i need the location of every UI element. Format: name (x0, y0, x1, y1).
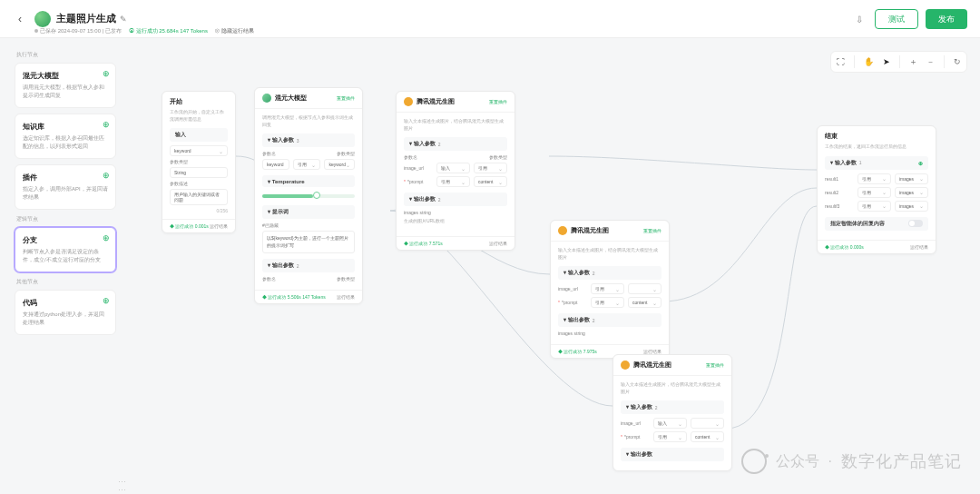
add-icon[interactable]: ⊕ (103, 296, 110, 305)
node-title: 开始 (170, 97, 228, 106)
history-icon[interactable]: ↻ (954, 57, 961, 66)
palette-item-code[interactable]: ⊕ 代码 支持通过python处理入参，并返回处理结果 (15, 290, 116, 335)
imagegen-icon (558, 226, 567, 235)
field-type[interactable]: String (170, 167, 228, 178)
test-button[interactable]: 测试 (875, 9, 918, 29)
palette-item-branch[interactable]: ⊕ 分支 判断节点入参是否满足设定的条件，成立/不成立运行对应的分支 (15, 227, 116, 272)
workflow-icon (34, 11, 51, 27)
palette-section: 逻辑节点 (16, 215, 116, 223)
reset-link[interactable]: 重置插件 (706, 362, 724, 368)
saved-text: 已保存 2024-09-07 15:00 | 已发布 (40, 28, 122, 34)
llm-icon (262, 94, 271, 103)
export-icon[interactable]: ⇩ (851, 11, 867, 27)
run-status: ⦿ 运行成功 25.684s 147 Tokens (129, 27, 208, 35)
palette-section: 执行节点 (16, 51, 116, 59)
fit-screen-icon[interactable]: ⛶ (837, 57, 845, 66)
section-input: 输入 (170, 128, 228, 142)
node-palette: 执行节点 ⊕ 混元大模型 调用混元大模型，根据节点入参和提示词生成回复 ⊕ 知识… (15, 47, 116, 341)
imagegen-icon (621, 361, 630, 370)
prompt-textarea[interactable]: 以${keyword}为主题，进行一个主题照片的提示词扩写 (262, 231, 355, 253)
reset-link[interactable]: 重置插件 (489, 99, 507, 104)
add-icon[interactable]: ⊕ (103, 69, 110, 78)
reset-link[interactable]: 重置插件 (643, 228, 662, 233)
edit-title-icon[interactable]: ✎ (120, 15, 127, 24)
node-end[interactable]: 结束 工作流的结束，返回工作流运行后的信息 ▾ 输入参数1⊕ result1引用… (817, 125, 936, 254)
zoom-out-icon[interactable]: － (926, 56, 935, 68)
top-right-actions: ⇩ 测试 发布 (851, 9, 967, 29)
palette-section: 其他节点 (16, 278, 116, 286)
node-start[interactable]: 开始 工作流的开始，自定义工作流调用所需信息 输入 keyword 参数类型 S… (162, 91, 236, 233)
resize-handle-icon[interactable]: ⋮⋮ (117, 478, 126, 494)
hide-results-link[interactable]: ⦾ 隐藏运行结果 (215, 27, 254, 35)
workflow-subinfo: 已保存 2024-09-07 15:00 | 已发布 ⦿ 运行成功 25.684… (34, 27, 254, 35)
add-param-icon[interactable]: ⊕ (918, 160, 923, 166)
add-icon[interactable]: ⊕ (103, 171, 110, 180)
add-icon[interactable]: ⊕ (103, 233, 110, 242)
pointer-tool-icon[interactable]: ➤ (883, 57, 890, 66)
palette-item-kb[interactable]: ⊕ 知识库 选定知识库，根据入参召回最佳匹配的信息，以列表形式返回 (15, 114, 116, 159)
workflow-canvas[interactable]: 开始 工作流的开始，自定义工作流调用所需信息 输入 keyword 参数类型 S… (127, 38, 980, 494)
palette-item-llm[interactable]: ⊕ 混元大模型 调用混元大模型，根据节点入参和提示词生成回复 (15, 63, 116, 108)
node-imagegen-3[interactable]: 腾讯混元生图重置插件 输入文本描述生成图片，结合腾讯混元大模型生成图片 ▾ 输入… (612, 354, 732, 471)
workflow-title: 主题照片生成 (56, 12, 116, 25)
canvas-toolbar: ⛶ ✋ ➤ ＋ － ↻ (830, 51, 967, 73)
publish-button[interactable]: 发布 (926, 9, 967, 29)
node-imagegen-2[interactable]: 腾讯混元生图重置插件 输入文本描述生成图片，结合腾讯混元大模型生成图片 ▾ 输入… (550, 220, 670, 359)
node-llm[interactable]: 混元大模型重置插件 调用混元大模型，根据节点入参和提示词生成回复 ▾ 输入参数3… (254, 87, 363, 304)
view-result-link[interactable]: 运行结果 (910, 244, 928, 250)
view-result-link[interactable]: 运行结果 (337, 294, 355, 300)
reply-toggle[interactable] (908, 220, 923, 227)
add-icon[interactable]: ⊕ (103, 120, 110, 129)
back-button[interactable]: ‹ (13, 12, 27, 26)
reset-link[interactable]: 重置插件 (337, 95, 355, 101)
zoom-in-icon[interactable]: ＋ (909, 56, 917, 68)
imagegen-icon (404, 97, 413, 106)
node-imagegen-1[interactable]: 腾讯混元生图重置插件 输入文本描述生成图片，结合腾讯混元大模型生成图片 ▾ 输入… (396, 91, 515, 251)
palette-item-plugin[interactable]: ⊕ 插件 指定入参，调用外部API，并返回请求结果 (15, 164, 116, 210)
view-result-link[interactable]: 运行结果 (210, 223, 228, 229)
view-result-link[interactable]: 运行结果 (489, 241, 507, 246)
field-name[interactable]: keyword (170, 145, 228, 156)
hand-tool-icon[interactable]: ✋ (864, 57, 874, 66)
temperature-slider[interactable] (262, 194, 355, 198)
field-desc[interactable]: 用户输入的关键词或者问题 (170, 189, 228, 205)
